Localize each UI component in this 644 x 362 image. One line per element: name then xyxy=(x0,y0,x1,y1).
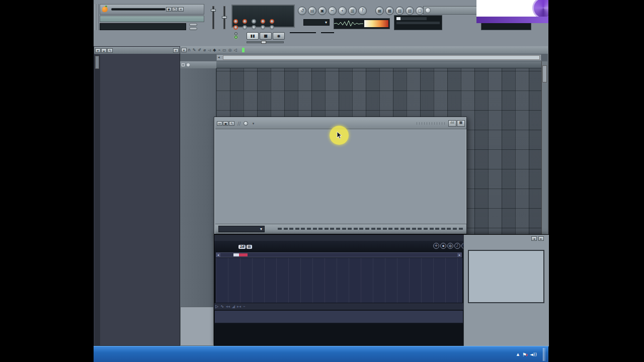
pause-button[interactable]: ▮▮ xyxy=(247,32,259,40)
zoom-tool-icon[interactable]: ◎ xyxy=(228,48,232,52)
scroll-left-icon[interactable]: ◂ xyxy=(218,55,220,59)
multilink-toggle[interactable] xyxy=(243,25,247,30)
oscilloscope-panel[interactable] xyxy=(334,18,390,29)
graph-editor-icon[interactable]: ılıl xyxy=(448,120,456,127)
timeline-ruler[interactable] xyxy=(216,61,541,68)
pat-led[interactable] xyxy=(234,32,237,35)
stop-button[interactable]: ■ xyxy=(260,32,272,40)
deck-prev-icon[interactable]: ◂◂ xyxy=(226,304,230,309)
pianoroll-panel-icon[interactable]: ▨ xyxy=(395,7,404,15)
draw-tool-icon[interactable]: ✎ xyxy=(193,48,196,52)
gate-left-arrow[interactable]: ◂ xyxy=(531,236,537,241)
deck-next-icon[interactable]: ▸◂ xyxy=(237,304,241,309)
overview-right-arrow[interactable]: ▸ xyxy=(457,252,462,257)
step-edit-toggle[interactable] xyxy=(270,19,274,24)
metronome-toggle[interactable] xyxy=(233,19,238,24)
time-display[interactable] xyxy=(231,5,295,28)
loop-record-toggle[interactable] xyxy=(261,19,265,24)
slice-tool-icon[interactable]: ⌁ xyxy=(218,48,220,52)
follow-toggle[interactable] xyxy=(261,25,265,30)
deck-vol-icon[interactable]: ◢ xyxy=(232,304,235,309)
save-as-icon[interactable]: ▣ xyxy=(318,7,327,15)
action-center-flag-icon[interactable]: ⚑✗ xyxy=(522,352,527,357)
deck-play-icon[interactable]: ▷ xyxy=(215,304,218,309)
seq-detach-icon[interactable]: ↔ xyxy=(217,121,222,126)
blend-toggle[interactable] xyxy=(252,19,256,24)
tray-expand-icon[interactable]: ▲ xyxy=(517,352,519,356)
notes-icon[interactable]: ▥ xyxy=(348,7,357,15)
snap-selector[interactable]: ▾ xyxy=(303,19,330,26)
gate-display[interactable] xyxy=(468,250,544,303)
seq-mini-icon[interactable]: ▣ xyxy=(223,121,228,126)
step-checkbox[interactable] xyxy=(182,63,185,66)
slip-tool-icon[interactable]: ◆ xyxy=(213,48,216,52)
hscroll-handle[interactable] xyxy=(223,55,540,60)
magnet-icon[interactable]: ∩ xyxy=(188,48,191,52)
overview-left-arrow[interactable]: ◂ xyxy=(216,252,220,257)
volume-icon[interactable]: ◄)) xyxy=(530,352,537,357)
typing-keyboard-toggle[interactable] xyxy=(233,25,238,30)
song-led[interactable] xyxy=(234,36,237,39)
close-button[interactable]: ✕ xyxy=(178,7,184,12)
browser-collapse-icon[interactable]: ▾ xyxy=(95,48,101,53)
browser-up-icon[interactable]: ▴ xyxy=(101,48,107,53)
mode-switch[interactable] xyxy=(233,32,244,39)
scroll-toggle[interactable] xyxy=(270,25,274,30)
playlist-header[interactable]: ▾ ∩ ✎ ✐ ⌀ ◅ ◆ ⌁ ▭ ◎ ◁ xyxy=(180,46,548,54)
hint-bar[interactable] xyxy=(423,6,477,15)
slide-radio[interactable] xyxy=(187,63,190,66)
browser-scrollbar[interactable] xyxy=(95,55,100,345)
browser-panel-icon[interactable]: ▧ xyxy=(406,7,414,15)
swing-slider[interactable] xyxy=(417,122,445,125)
browser-scroll-handle[interactable] xyxy=(95,56,99,69)
delete-tool-icon[interactable]: ⌀ xyxy=(203,48,206,52)
web-icon[interactable]: ◍ xyxy=(447,243,453,249)
playlist-hscrollbar[interactable]: ◂ xyxy=(216,54,541,61)
record-button[interactable]: ◉ xyxy=(273,32,285,40)
sample-overview-bar[interactable]: ◂ ▸ xyxy=(216,252,462,257)
shuffle-slider[interactable] xyxy=(247,41,284,43)
undo-icon[interactable]: ↺ xyxy=(298,7,306,15)
deck-slope-icon[interactable]: ⌁ xyxy=(243,304,246,309)
minimize-button[interactable]: ▼ xyxy=(166,7,172,12)
help-icon[interactable]: ? xyxy=(358,7,367,15)
pattern-dropdown-icon[interactable]: ▾ xyxy=(253,122,255,126)
note-icon[interactable]: ♪ xyxy=(454,243,460,249)
title-bar[interactable]: ▼ ❐ ✕ xyxy=(100,4,204,15)
keyboard-toggle-button[interactable] xyxy=(189,23,197,26)
playlist-menu-icon[interactable]: ▾ xyxy=(181,48,187,52)
stop-mini-icon[interactable]: ▪ xyxy=(440,243,446,249)
keyboard-editor-icon[interactable]: ▦ xyxy=(457,120,465,127)
browser-header[interactable]: ▾ ▴ ↰ ✕ xyxy=(94,47,180,54)
browser-back-icon[interactable]: ↰ xyxy=(107,48,113,53)
select-tool-icon[interactable]: ▭ xyxy=(222,48,226,52)
show-desktop-button[interactable] xyxy=(543,348,545,361)
channel-filter-select[interactable]: ▾ xyxy=(218,226,265,232)
tempo-display[interactable] xyxy=(290,32,316,33)
cut-icon[interactable]: ✂ xyxy=(328,7,337,15)
record-audio-icon[interactable]: ⌖ xyxy=(338,7,347,15)
paint-tool-icon[interactable]: ✐ xyxy=(198,48,202,52)
playlist-panel-icon[interactable]: ▦ xyxy=(375,7,384,15)
toolbar-grip[interactable] xyxy=(95,4,99,30)
graph-editor-strip[interactable] xyxy=(278,226,464,231)
move-icon[interactable]: ✛ xyxy=(433,243,439,249)
deck-wave-icon[interactable]: ∿ xyxy=(220,304,224,309)
waveform-editor[interactable] xyxy=(216,258,462,303)
stepseq-panel-icon[interactable]: ▩ xyxy=(385,7,394,15)
slide-toggle[interactable] xyxy=(252,25,256,30)
vscroll-handle[interactable] xyxy=(542,65,547,82)
maximize-button[interactable]: ❐ xyxy=(172,7,178,12)
shuttle-slider-handle[interactable] xyxy=(211,9,216,12)
shuffle-handle[interactable] xyxy=(261,41,266,44)
gate-right-arrow[interactable]: ▸ xyxy=(538,236,544,241)
seq-prev-icon[interactable]: ↰ xyxy=(229,121,234,126)
count-in-toggle[interactable] xyxy=(243,19,247,24)
channel-display-icon[interactable] xyxy=(244,121,248,126)
save-icon[interactable]: ▤ xyxy=(308,7,316,15)
pattern-display[interactable] xyxy=(321,32,334,33)
browser-close-icon[interactable]: ✕ xyxy=(173,48,179,53)
mute-tool-icon[interactable]: ◅ xyxy=(208,48,211,52)
step-slide-toggle[interactable] xyxy=(180,61,216,68)
playback-tool-icon[interactable]: ◁ xyxy=(234,48,237,52)
